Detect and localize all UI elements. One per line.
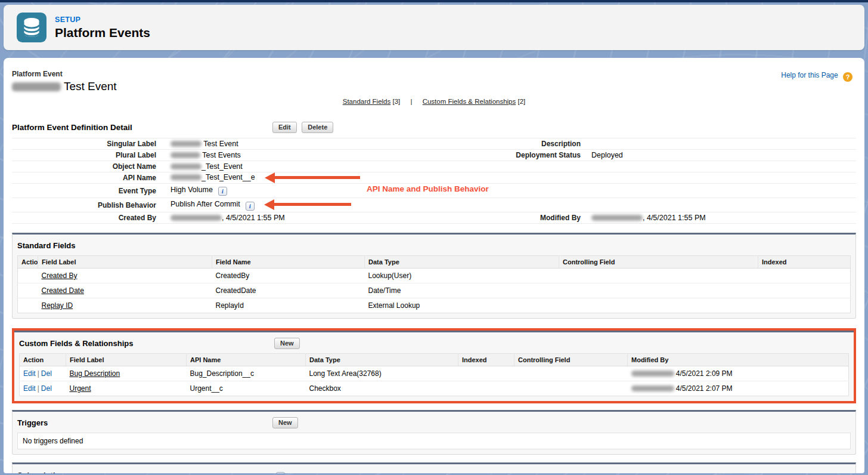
col-field-name: Field Name	[212, 256, 365, 269]
edit-link[interactable]: Edit	[23, 369, 36, 378]
col-data-type: Data Type	[365, 256, 559, 269]
subscriptions-section: Subscriptions i Subscriber Last Processe…	[12, 462, 856, 473]
red-highlight-box: Custom Fields & Relationships New Action…	[12, 328, 856, 403]
field-link[interactable]: Bug Description	[70, 369, 120, 378]
setup-page-title: Platform Events	[55, 26, 150, 40]
redacted-text	[170, 141, 202, 147]
col-indexed: Indexed	[758, 256, 851, 269]
red-arrow-publish-behavior-icon	[264, 199, 351, 210]
table-row: Edit|Del Urgent Urgent__c Checkbox 4/5/2…	[20, 381, 849, 396]
singular-label-label: Singular Label	[12, 140, 156, 148]
window-top-border	[0, 0, 868, 2]
triggers-empty-message: No triggers defined	[17, 433, 851, 449]
edit-link[interactable]: Edit	[23, 384, 36, 393]
deployment-status-value: Deployed	[581, 151, 856, 159]
col-field-label: Field Label	[66, 354, 187, 366]
standard-fields-section: Standard Fields Action Field Label Field…	[12, 233, 856, 319]
triggers-title: Triggers	[17, 417, 48, 427]
custom-fields-title: Custom Fields & Relationships	[19, 337, 133, 348]
object-name-label: Object Name	[12, 162, 156, 171]
help-question-icon[interactable]: ?	[843, 72, 852, 82]
subscriptions-info-icon[interactable]: i	[276, 472, 285, 473]
deployment-status-label: Deployment Status	[424, 151, 581, 159]
detail-row-singular-label: Singular Label Test Event Description	[12, 138, 856, 150]
created-by-value: , 4/5/2021 1:55 PM	[156, 214, 424, 222]
detail-row-plural-label: Plural Label Test Events Deployment Stat…	[12, 150, 856, 161]
col-controlling-field: Controlling Field	[514, 354, 628, 366]
setup-eyebrow: SETUP	[55, 16, 150, 24]
col-field-label: Field Label	[38, 256, 212, 269]
col-indexed: Indexed	[458, 354, 514, 366]
publish-behavior-label: Publish Behavior	[12, 201, 156, 209]
redacted-text	[170, 152, 200, 158]
delete-button[interactable]: Delete	[302, 122, 333, 133]
new-custom-field-button[interactable]: New	[274, 338, 300, 349]
triggers-section: Triggers New No triggers defined	[12, 410, 856, 455]
platform-events-database-icon	[17, 13, 46, 42]
redacted-text	[591, 215, 643, 221]
section-nav: Standard Fields [3] | Custom Fields & Re…	[12, 98, 856, 105]
table-row: Created Date CreatedDate Date/Time	[18, 283, 851, 298]
help-for-this-page-link[interactable]: Help for this Page	[781, 71, 838, 79]
detail-row-created-by: Created By , 4/5/2021 1:55 PM Modified B…	[12, 212, 856, 224]
field-link[interactable]: Created Date	[42, 286, 84, 295]
redacted-text	[631, 371, 674, 377]
detail-row-api-name: API Name _Test_Event__e	[12, 172, 856, 184]
plural-label-value: Test Events	[156, 151, 424, 159]
col-modified-by: Modified By	[628, 354, 849, 366]
col-action: Action	[18, 256, 38, 269]
nav-link-standard-fields[interactable]: Standard Fields	[343, 98, 391, 105]
table-row: Created By CreatedBy Lookup(User)	[18, 269, 851, 283]
redacted-text	[170, 215, 222, 221]
col-controlling-field: Controlling Field	[559, 256, 758, 269]
col-action: Action	[20, 354, 66, 366]
nav-count-standard-fields: [3]	[392, 98, 400, 105]
del-link[interactable]: Del	[41, 384, 52, 393]
modified-by-cell: 4/5/2021 2:09 PM	[628, 366, 849, 381]
edit-button[interactable]: Edit	[272, 122, 297, 133]
entity-name: Test Event	[64, 80, 117, 92]
annotation-text: API Name and Publish Behavior	[367, 184, 489, 193]
singular-label-value: Test Event	[156, 140, 424, 148]
detail-row-object-name: Object Name _Test_Event	[12, 161, 856, 172]
del-link[interactable]: Del	[41, 369, 52, 378]
publish-behavior-value: Publish After Commiti	[156, 199, 424, 210]
custom-fields-table: Action Field Label API Name Data Type In…	[19, 353, 849, 396]
main-content-card: Help for this Page ? Platform Event Test…	[4, 58, 864, 473]
field-link[interactable]: Urgent	[70, 384, 91, 393]
setup-header: SETUP Platform Events	[4, 5, 864, 50]
redacted-text	[170, 174, 202, 180]
plural-label-label: Plural Label	[12, 151, 156, 159]
detail-row-publish-behavior: Publish Behavior Publish After Commiti	[12, 198, 856, 212]
subscriptions-title: Subscriptions	[17, 469, 69, 473]
modified-by-cell: 4/5/2021 2:07 PM	[628, 381, 849, 396]
red-arrow-api-name-icon	[265, 172, 360, 183]
event-type-info-icon[interactable]: i	[218, 187, 227, 196]
table-row: Replay ID ReplayId External Lookup	[18, 298, 851, 313]
field-link[interactable]: Created By	[42, 272, 78, 280]
publish-behavior-info-icon[interactable]: i	[246, 202, 255, 211]
nav-link-custom-fields[interactable]: Custom Fields & Relationships	[423, 98, 516, 105]
event-type-label: Event Type	[12, 187, 156, 195]
redacted-entity-prefix	[12, 82, 61, 91]
col-data-type: Data Type	[306, 354, 458, 366]
table-row: Edit|Del Bug Description Bug_Description…	[20, 366, 849, 381]
detail-section-title: Platform Event Definition Detail	[12, 121, 132, 132]
nav-separator: |	[410, 98, 412, 105]
new-trigger-button[interactable]: New	[272, 417, 298, 428]
modified-by-label: Modified By	[424, 214, 581, 222]
modified-by-value: , 4/5/2021 1:55 PM	[581, 214, 856, 222]
detail-grid: API Name and Publish Behavior Singular L…	[12, 138, 856, 224]
field-link[interactable]: Replay ID	[42, 301, 73, 310]
entity-type-label: Platform Event	[12, 70, 856, 78]
object-name-value: _Test_Event	[156, 162, 424, 171]
redacted-text	[170, 164, 202, 169]
description-label: Description	[424, 140, 581, 148]
api-name-value: _Test_Event__e	[156, 172, 424, 183]
redacted-text	[631, 385, 674, 391]
standard-fields-table: Action Field Label Field Name Data Type …	[17, 255, 851, 313]
api-name-label: API Name	[12, 174, 156, 182]
custom-fields-section: Custom Fields & Relationships New Action…	[14, 331, 854, 401]
created-by-label: Created By	[12, 214, 156, 222]
page-title: Test Event	[12, 80, 856, 94]
